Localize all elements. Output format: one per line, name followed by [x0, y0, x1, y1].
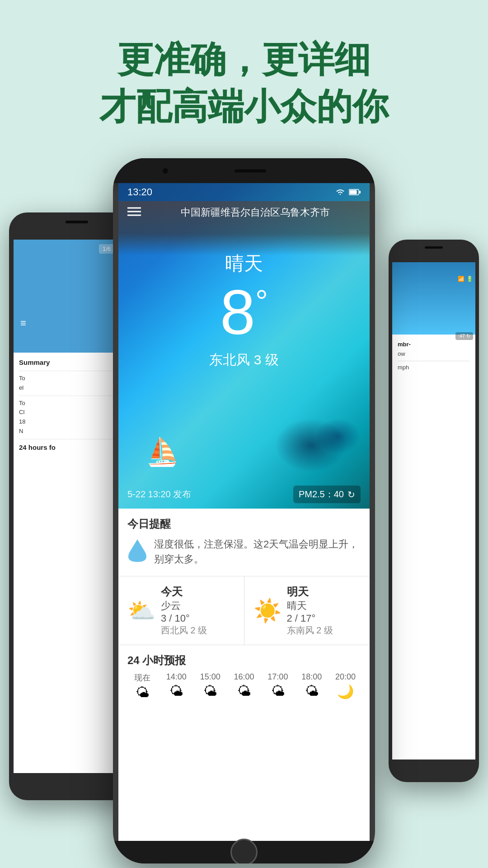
right-phone-content: :47 ↻ mbr- ow mph — [392, 335, 475, 377]
phones-container: ≡ 1/6 10:01 u Summary To el To Cl 18 N 2… — [0, 158, 488, 868]
tomorrow-condition: 晴天 — [287, 599, 333, 613]
hour-item: 现在 🌤 — [127, 672, 158, 700]
water-drop-icon — [127, 538, 147, 563]
weather-background: ⛵ 13:20 — [118, 183, 370, 509]
hour-icon: 🌤 — [161, 684, 192, 699]
svg-rect-2 — [359, 191, 361, 193]
home-button[interactable] — [230, 839, 258, 863]
header-line2: 才配高端小众的你 — [0, 83, 488, 130]
today-label: 今天 — [161, 585, 207, 599]
tomorrow-forecast: ☀️ 明天 晴天 2 / 17° 东南风 2 级 — [244, 576, 370, 645]
location-text: 中国新疆维吾尔自治区乌鲁木齐市 — [150, 206, 361, 219]
header-line1: 更准确，更详细 — [0, 36, 488, 83]
tomorrow-icon: ☀️ — [253, 598, 282, 624]
today-wind: 西北风 2 级 — [161, 624, 207, 637]
hour-label: 18:00 — [296, 672, 327, 682]
battery-icon — [349, 189, 361, 195]
hour-icon: 🌤 — [263, 684, 293, 699]
hour-label: 17:00 — [263, 672, 293, 682]
wifi-icon — [335, 188, 345, 196]
tomorrow-wind: 东南风 2 级 — [287, 624, 333, 637]
today-forecast: ⛅ 今天 少云 3 / 10° 西北风 2 级 — [118, 576, 244, 645]
reminder-title: 今日提醒 — [127, 517, 361, 531]
forecast-24h: 24 小时预报 现在 🌤 14:00 🌤 15:00 🌤 — [118, 645, 370, 705]
today-condition: 少云 — [161, 599, 207, 613]
menu-button[interactable] — [127, 205, 141, 220]
hours-row: 现在 🌤 14:00 🌤 15:00 🌤 16:00 — [127, 672, 361, 700]
status-icons — [335, 188, 361, 196]
pm25-badge: PM2.5：40 ↻ — [293, 486, 361, 503]
content-area: 今日提醒 湿度很低，注意保湿。这2天气温会明显上升，别穿太多。 ⛅ — [118, 509, 370, 843]
right-phone-screen: 📶 🔋 :47 ↻ mbr- ow mph — [392, 262, 475, 760]
hour-icon: 🌤 — [127, 685, 158, 700]
hour-icon: 🌙 — [330, 684, 361, 699]
hamburger-icon — [127, 207, 141, 217]
svg-rect-1 — [350, 190, 357, 194]
hour-label: 现在 — [127, 672, 158, 683]
weather-temperature: 8° — [220, 281, 268, 344]
phone-back-right: 📶 🔋 :47 ↻ mbr- ow mph — [389, 240, 479, 782]
publish-time: 5-22 13:20 发布 — [127, 488, 191, 500]
status-bar: 13:20 — [118, 183, 370, 201]
boat-icon: ⛵ — [145, 436, 179, 468]
hour-icon: 🌤 — [229, 684, 259, 699]
tomorrow-label: 明天 — [287, 585, 333, 599]
phone-main: ⛵ 13:20 — [113, 158, 375, 863]
today-details: 今天 少云 3 / 10° 西北风 2 级 — [161, 585, 207, 637]
weather-wind: 东北风 3 级 — [118, 351, 370, 369]
reminder-text: 湿度很低，注意保湿。这2天气温会明显上升，别穿太多。 — [154, 537, 361, 566]
hour-item: 18:00 🌤 — [296, 672, 327, 700]
hour-icon: 🌤 — [195, 684, 225, 699]
reminder-content: 湿度很低，注意保湿。这2天气温会明显上升，别穿太多。 — [127, 537, 361, 568]
hour-label: 20:00 — [330, 672, 361, 682]
refresh-icon[interactable]: ↻ — [347, 489, 355, 500]
weather-condition: 晴天 — [118, 251, 370, 276]
today-icon: ⛅ — [127, 598, 155, 624]
tomorrow-temp: 2 / 17° — [287, 613, 333, 624]
hour-item: 15:00 🌤 — [195, 672, 225, 700]
forecast-row: ⛅ 今天 少云 3 / 10° 西北风 2 级 ☀️ 明天 晴天 — [118, 576, 370, 645]
today-temp: 3 / 10° — [161, 613, 207, 624]
right-badge: :47 ↻ — [455, 332, 473, 340]
main-screen: ⛵ 13:20 — [118, 183, 370, 843]
tomorrow-details: 明天 晴天 2 / 17° 东南风 2 级 — [287, 585, 333, 637]
hour-item: 14:00 🌤 — [161, 672, 192, 700]
forecast-24h-title: 24 小时预报 — [127, 653, 361, 668]
hour-label: 16:00 — [229, 672, 259, 682]
hour-label: 15:00 — [195, 672, 225, 682]
status-time: 13:20 — [127, 186, 152, 198]
today-reminder: 今日提醒 湿度很低，注意保湿。这2天气温会明显上升，别穿太多。 — [118, 509, 370, 576]
weather-footer: 5-22 13:20 发布 PM2.5：40 ↻ — [127, 486, 361, 503]
header-section: 更准确，更详细 才配高端小众的你 — [0, 0, 488, 130]
hour-icon: 🌤 — [296, 684, 327, 699]
weather-nav: 中国新疆维吾尔自治区乌鲁木齐市 — [118, 201, 370, 224]
hour-item: 16:00 🌤 — [229, 672, 259, 700]
hour-item: 20:00 🌙 — [330, 672, 361, 700]
hour-item: 17:00 🌤 — [263, 672, 293, 700]
drop-icon — [127, 538, 147, 568]
weather-info: 晴天 8° 东北风 3 级 — [118, 251, 370, 369]
hour-label: 14:00 — [161, 672, 192, 682]
phone-bottom — [113, 841, 375, 863]
